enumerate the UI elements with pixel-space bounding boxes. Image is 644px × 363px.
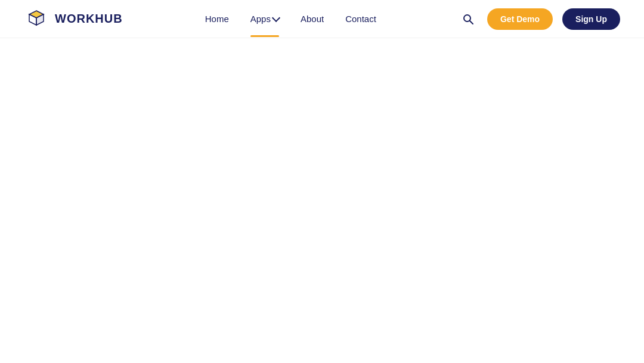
- apps-chevron-icon: [272, 13, 280, 21]
- nav-contact[interactable]: Contact: [345, 14, 376, 24]
- logo-icon: [24, 7, 49, 32]
- nav-apps[interactable]: Apps: [250, 14, 279, 24]
- sign-up-button[interactable]: Sign Up: [562, 8, 620, 30]
- main-content: [0, 38, 644, 363]
- nav-home[interactable]: Home: [205, 14, 229, 24]
- logo-area: WORKHUB: [24, 7, 123, 32]
- nav-actions: Get Demo Sign Up: [459, 8, 620, 30]
- get-demo-button[interactable]: Get Demo: [487, 8, 553, 30]
- search-button[interactable]: [459, 10, 478, 29]
- navbar: WORKHUB Home Apps About Contact Get Demo…: [0, 0, 644, 38]
- nav-links: Home Apps About Contact: [205, 14, 376, 24]
- svg-line-6: [470, 21, 473, 24]
- nav-about[interactable]: About: [301, 14, 324, 24]
- brand-name: WORKHUB: [55, 12, 123, 26]
- search-icon: [462, 13, 474, 25]
